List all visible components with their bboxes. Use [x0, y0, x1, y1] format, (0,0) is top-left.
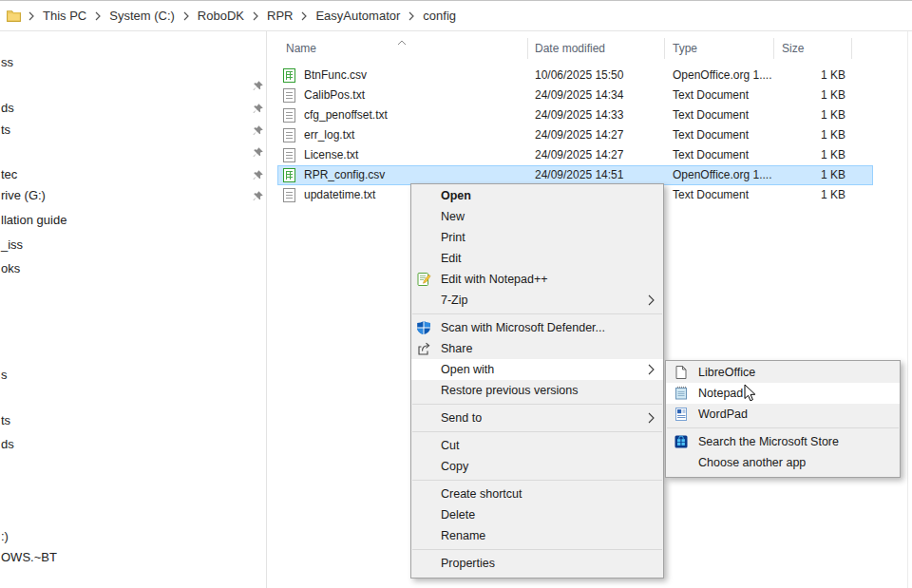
- file-name: err_log.txt: [304, 125, 354, 145]
- table-row[interactable]: License.txt 24/09/2025 14:27 Text Docume…: [267, 145, 894, 165]
- context-menu: Open New Print Edit Edit with Notepad++ …: [410, 183, 664, 579]
- sidebar-item[interactable]: tec: [1, 166, 17, 183]
- column-divider[interactable]: [773, 38, 774, 59]
- submenu-item-wordpad[interactable]: WordPad: [666, 404, 900, 425]
- menu-item-copy[interactable]: Copy: [411, 456, 663, 477]
- file-date: 24/09/2025 14:27: [535, 125, 623, 145]
- menu-item-open-with[interactable]: Open with: [411, 359, 663, 380]
- table-row[interactable]: err_log.txt 24/09/2025 14:27 Text Docume…: [267, 125, 894, 145]
- menu-separator: [412, 549, 662, 550]
- menu-separator: [412, 480, 662, 481]
- chevron-right-icon[interactable]: [179, 11, 194, 21]
- file-type: Text Document: [673, 85, 749, 105]
- menu-item-label: Print: [441, 231, 466, 244]
- file-type: Text Document: [673, 185, 749, 205]
- menu-item-label: Open with: [441, 363, 494, 376]
- file-date: 24/09/2025 14:34: [535, 85, 623, 105]
- chevron-right-icon[interactable]: [248, 11, 263, 21]
- sidebar-item[interactable]: ds: [1, 436, 14, 453]
- menu-item-new[interactable]: New: [411, 206, 663, 227]
- menu-item-label: Restore previous versions: [441, 384, 579, 397]
- menu-separator: [667, 427, 899, 428]
- menu-item-print[interactable]: Print: [411, 227, 663, 248]
- menu-item-delete[interactable]: Delete: [411, 504, 663, 525]
- breadcrumb-config[interactable]: config: [419, 9, 460, 23]
- menu-item-scan-with-defender[interactable]: Scan with Microsoft Defender...: [411, 317, 663, 338]
- defender-shield-icon: [416, 320, 431, 335]
- sidebar-item[interactable]: OWS.~BT: [1, 549, 57, 566]
- column-header-size[interactable]: Size: [782, 41, 804, 56]
- scrollbar-track-edge: [907, 31, 908, 588]
- breadcrumb-robodk[interactable]: RoboDK: [194, 9, 248, 23]
- folder-icon: [6, 8, 22, 24]
- menu-item-rename[interactable]: Rename: [411, 525, 663, 546]
- chevron-right-icon[interactable]: [404, 11, 419, 21]
- column-divider[interactable]: [664, 38, 665, 59]
- menu-item-label: Edit: [441, 252, 462, 265]
- sidebar-item[interactable]: ss: [1, 54, 13, 71]
- breadcrumb-this-pc[interactable]: This PC: [39, 9, 90, 23]
- menu-item-7zip[interactable]: 7-Zip: [411, 290, 663, 311]
- pin-icon: [252, 103, 264, 115]
- sidebar-item[interactable]: ts: [1, 412, 10, 429]
- sidebar-item[interactable]: :): [1, 528, 9, 545]
- file-size: 1 KB: [742, 145, 846, 165]
- menu-item-label: Create shortcut: [441, 487, 522, 501]
- column-divider[interactable]: [527, 38, 528, 59]
- menu-item-properties[interactable]: Properties: [411, 553, 663, 574]
- file-name: cfg_penoffset.txt: [304, 105, 388, 125]
- menu-item-edit-with-notepad-plus-plus[interactable]: Edit with Notepad++: [411, 269, 663, 290]
- column-header-name[interactable]: Name: [286, 41, 316, 56]
- menu-item-label: Notepad: [698, 387, 743, 400]
- menu-item-edit[interactable]: Edit: [411, 248, 663, 269]
- column-header-date-modified[interactable]: Date modified: [535, 41, 605, 56]
- chevron-right-icon: [648, 294, 655, 309]
- table-row-selected[interactable]: RPR_config.csv 24/09/2025 14:51 OpenOffi…: [267, 165, 894, 185]
- menu-item-create-shortcut[interactable]: Create shortcut: [411, 484, 663, 504]
- menu-item-cut[interactable]: Cut: [411, 435, 663, 456]
- chevron-right-icon[interactable]: [90, 11, 105, 21]
- navigation-pane: ss ds ts tec rive (G:) llation guide _is…: [0, 31, 267, 588]
- sidebar-item[interactable]: _iss: [1, 237, 23, 254]
- column-header-type[interactable]: Type: [673, 41, 697, 56]
- sidebar-item[interactable]: rive (G:): [1, 187, 46, 204]
- file-date: 24/09/2025 14:51: [535, 165, 623, 185]
- menu-item-restore-previous-versions[interactable]: Restore previous versions: [411, 380, 663, 401]
- menu-item-send-to[interactable]: Send to: [411, 408, 663, 428]
- table-row[interactable]: CalibPos.txt 24/09/2025 14:34 Text Docum…: [267, 85, 894, 105]
- sidebar-item[interactable]: s: [1, 367, 8, 384]
- sidebar-item[interactable]: ds: [1, 100, 14, 117]
- sidebar-item[interactable]: llation guide: [1, 212, 66, 229]
- file-type: Text Document: [673, 145, 749, 165]
- breadcrumb-easyautomator[interactable]: EasyAutomator: [312, 9, 404, 23]
- submenu-item-search-microsoft-store[interactable]: Search the Microsoft Store: [666, 431, 900, 452]
- file-type: Text Document: [673, 125, 749, 145]
- sidebar-item[interactable]: oks: [1, 260, 20, 277]
- breadcrumb-system-c[interactable]: System (C:): [105, 9, 179, 23]
- file-name: RPR_config.csv: [304, 165, 385, 185]
- microsoft-store-icon: [674, 434, 689, 449]
- file-size: 1 KB: [742, 66, 846, 85]
- chevron-right-icon[interactable]: [24, 11, 39, 21]
- breadcrumb-rpr[interactable]: RPR: [263, 9, 296, 23]
- chevron-right-icon[interactable]: [296, 11, 312, 21]
- submenu-item-libreoffice[interactable]: LibreOffice: [666, 362, 900, 383]
- submenu-item-choose-another-app[interactable]: Choose another app: [666, 452, 900, 473]
- file-size: 1 KB: [742, 185, 846, 205]
- table-row[interactable]: cfg_penoffset.txt 24/09/2025 14:33 Text …: [267, 105, 894, 125]
- menu-item-label: Send to: [441, 411, 482, 425]
- menu-item-label: Search the Microsoft Store: [698, 435, 839, 448]
- text-file-icon: [283, 188, 295, 208]
- sort-ascending-icon[interactable]: [397, 35, 407, 48]
- menu-item-label: New: [441, 210, 465, 223]
- menu-item-share[interactable]: Share: [411, 338, 663, 359]
- menu-item-open[interactable]: Open: [411, 185, 663, 206]
- sidebar-item[interactable]: ts: [1, 122, 10, 139]
- menu-item-label: Cut: [441, 439, 459, 452]
- menu-item-label: Properties: [441, 557, 495, 570]
- submenu-item-notepad[interactable]: Notepad: [666, 383, 900, 404]
- column-divider[interactable]: [851, 38, 852, 59]
- file-size: 1 KB: [742, 105, 846, 125]
- libreoffice-document-icon: [674, 365, 689, 380]
- table-row[interactable]: BtnFunc.csv 10/06/2025 15:50 OpenOffice.…: [267, 66, 894, 85]
